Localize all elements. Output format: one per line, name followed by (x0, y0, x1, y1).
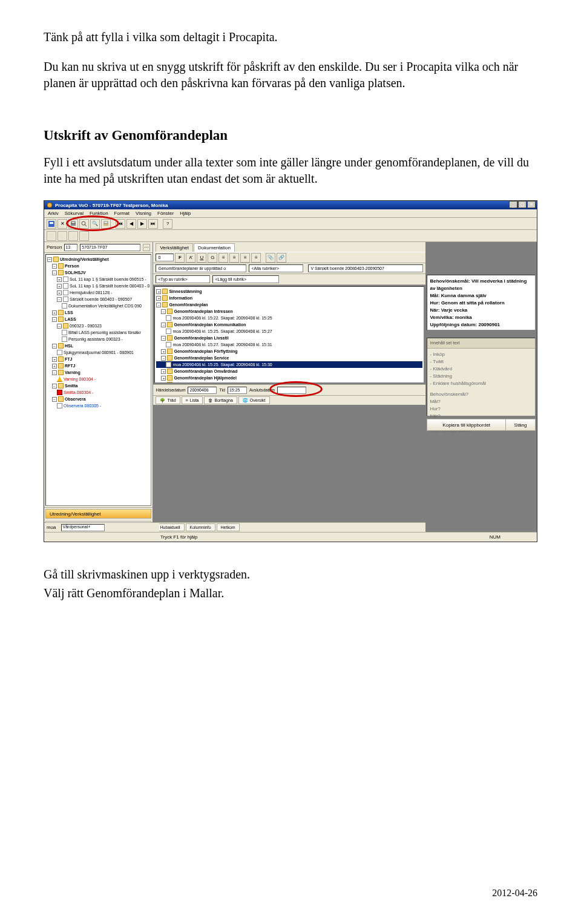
tree-sol11-2[interactable]: SoL 11 kap 1 § Särskilt boende 080403 - … (70, 283, 149, 289)
expand-icon[interactable]: + (156, 289, 161, 294)
tree-varning[interactable]: Varning (65, 369, 80, 376)
list-icon[interactable]: ≡ (251, 253, 261, 263)
expand-icon[interactable]: − (52, 264, 57, 269)
collapse-icon[interactable]: − (52, 384, 57, 388)
viewtab-trad[interactable]: 🌳Träd (156, 396, 180, 404)
menu-format[interactable]: Format (114, 211, 130, 216)
maximize-button[interactable]: ▢ (518, 201, 527, 208)
nav-last-icon[interactable]: ⏭ (148, 219, 158, 229)
menu-visning[interactable]: Visning (136, 211, 151, 216)
tree-solhsjv[interactable]: SOL/HSJV (65, 269, 86, 276)
align-left-icon[interactable]: ≡ (218, 253, 228, 263)
collapse-icon[interactable]: − (161, 382, 166, 384)
note-kommunikation[interactable]: moa 20090408 kl. 15:25. Skapat: 20090408… (172, 328, 272, 335)
person-nr-input[interactable] (64, 244, 77, 251)
search-tool-icon[interactable]: 🔍 (90, 219, 100, 229)
tree-ftj[interactable]: FTJ (65, 356, 72, 362)
sec-tool-4-icon[interactable] (79, 231, 89, 241)
expand-icon[interactable]: + (161, 376, 166, 381)
filter-combo-1[interactable]: Genomförandeplaner är upprättad o (156, 264, 246, 272)
tree-lass[interactable]: LASS (65, 316, 76, 323)
rubrik-type-combo[interactable]: <Typ av rubrik> (156, 275, 210, 283)
tab-verkstallighet[interactable]: Verkställighet (156, 243, 193, 252)
bold-icon[interactable]: F (175, 253, 185, 263)
node-kommunikation[interactable]: Genomförandeplan Kommunikation (174, 321, 246, 328)
tree-lss[interactable]: LSS (65, 309, 73, 316)
expand-icon[interactable]: + (57, 290, 62, 295)
hubtab-hubaktuell[interactable]: Hubaktuell (156, 523, 184, 531)
tree-person[interactable]: Person (65, 263, 79, 269)
note-intressen[interactable]: moa 20090408 kl. 15:22. Skapat: 20090408… (172, 315, 272, 321)
collapse-icon[interactable]: − (161, 309, 166, 314)
zoom-combo[interactable]: 0 (156, 254, 174, 261)
person-id-combo[interactable]: 570719-TF07 (80, 244, 140, 251)
person-lookup-icon[interactable]: ⋯ (143, 244, 150, 251)
menu-sokurval[interactable]: Sökurval (65, 211, 84, 216)
filter-combo-3[interactable]: V Särskilt boende 20080403-20090507 (308, 264, 423, 272)
node-hjalpmedel[interactable]: Genomförandeplan Hjälpmedel (174, 375, 236, 381)
expand-icon[interactable]: + (57, 284, 62, 289)
tree-bifall[interactable]: Bifall LASS personlig assistans försäkr (68, 329, 141, 336)
tree-rftj[interactable]: RFTJ (65, 362, 76, 369)
role-combo[interactable]: Vårdpersonal+ (61, 524, 105, 531)
link-icon[interactable]: 🔗 (277, 253, 286, 263)
collapse-icon[interactable]: − (52, 397, 57, 402)
tree-varning-date[interactable]: Varning 080304 - (64, 376, 96, 382)
expand-icon[interactable]: + (52, 364, 57, 369)
tree-smitta[interactable]: Smitta (65, 382, 77, 389)
menu-fonster[interactable]: Fönster (157, 211, 174, 216)
collapse-icon[interactable]: − (52, 370, 57, 375)
node-information[interactable]: Information (169, 295, 192, 301)
tree-observera[interactable]: Observera (65, 396, 86, 402)
hubtab-kolumninfo[interactable]: Kolumninfo (186, 523, 215, 531)
expand-icon[interactable]: + (156, 296, 161, 301)
filter-combo-2[interactable]: <Alla rubriker> (249, 264, 303, 272)
node-forflyttning[interactable]: Genomförandeplan Förflyttning (174, 348, 237, 355)
align-right-icon[interactable]: ≡ (240, 253, 250, 263)
typewriter-tool-icon[interactable] (101, 219, 111, 229)
nav-prev-icon[interactable]: ◀ (126, 219, 136, 229)
preview-tool-icon[interactable] (79, 219, 89, 229)
expand-icon[interactable]: + (52, 310, 57, 315)
collapse-icon[interactable]: − (156, 303, 161, 307)
menu-hjalp[interactable]: Hjälp (180, 211, 191, 216)
minimize-button[interactable]: _ (509, 201, 517, 208)
collapse-icon[interactable]: − (161, 323, 166, 327)
hubtab-hetkom[interactable]: Hetkom (217, 523, 240, 531)
tree-hemsjuk[interactable]: Hemsjukvård 081128 - (70, 289, 112, 296)
tree-utredning[interactable]: Utredning/Verkställighet (60, 256, 109, 263)
node-intressen[interactable]: Genomförandeplan Intressen (174, 308, 232, 315)
tree-hsl[interactable]: HSL (65, 342, 73, 349)
rubrik-add-combo[interactable]: <Lägg till rubrik> (212, 275, 279, 283)
note-livsstil[interactable]: moa 20090408 kl. 15:27. Skapat: 20090408… (172, 341, 272, 348)
menu-funktion[interactable]: Funktion (90, 211, 108, 216)
nav-next-icon[interactable]: ▶ (137, 219, 147, 229)
align-center-icon[interactable]: ≡ (229, 253, 239, 263)
collapse-icon[interactable]: − (52, 344, 57, 349)
tree-sjukgym[interactable]: Sjukgymnastjournal 080901 - 080901 (64, 349, 134, 356)
mid-tree[interactable]: +Sinnesstämning +Information −Genomföran… (154, 286, 424, 383)
node-upprattande[interactable]: Upprättande av genomförandeplan (174, 381, 244, 383)
tree-observera-date[interactable]: Observera 080305 - (64, 402, 101, 409)
expand-icon[interactable]: − (52, 270, 57, 275)
viewtab-oversikt[interactable]: 🌐Översikt (238, 396, 270, 404)
avslutsdatum-input[interactable] (277, 387, 306, 394)
tid-input[interactable] (228, 387, 247, 394)
close-button[interactable]: ✕ (527, 201, 536, 208)
help-tool-icon[interactable]: ? (163, 219, 172, 229)
delete-tool-icon[interactable]: ✕ (57, 219, 67, 229)
sec-tool-1-icon[interactable] (47, 231, 56, 241)
collapse-icon[interactable]: − (47, 257, 52, 262)
tree-smitta-date[interactable]: Smitta 080304 - (64, 389, 93, 396)
tree-sarskilt[interactable]: Särskilt boende 080403 - 090507 (70, 296, 132, 303)
nav-first-icon[interactable]: ⏮ (116, 219, 125, 229)
strike-icon[interactable]: G (208, 253, 217, 263)
sec-tool-3-icon[interactable] (68, 231, 78, 241)
stang-button[interactable]: Stäng (506, 419, 535, 430)
node-livsstil[interactable]: Genomförandeplan Livsstil (174, 335, 228, 341)
tab-dokumentation[interactable]: Dokumentation (194, 243, 235, 252)
expand-icon[interactable]: + (57, 277, 62, 282)
viewtab-lista[interactable]: ≡Lista (182, 396, 203, 404)
expand-icon[interactable]: + (161, 349, 166, 354)
tree-sol11-1[interactable]: SoL 11 kap 1 § Särskilt boende 090515 - (70, 276, 146, 283)
